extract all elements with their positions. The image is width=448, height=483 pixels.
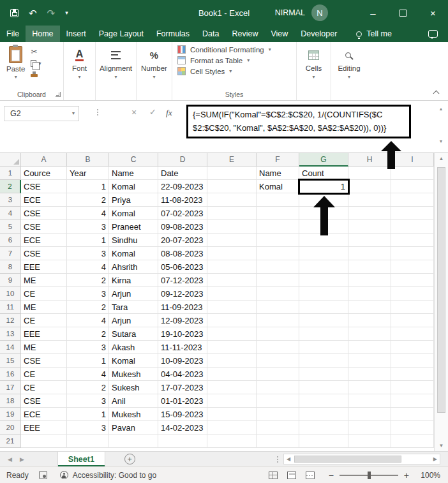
- cell-C11[interactable]: Tara: [109, 301, 158, 314]
- cell-B20[interactable]: 3: [67, 421, 109, 435]
- cell-C6[interactable]: Sindhu: [109, 234, 158, 247]
- cut-icon[interactable]: ✂: [31, 48, 37, 56]
- cell-F4[interactable]: [257, 207, 299, 220]
- cell-A15[interactable]: CSE: [21, 354, 67, 368]
- cell-H8[interactable]: [348, 260, 391, 274]
- cell-F21[interactable]: [257, 435, 299, 448]
- cell-G10[interactable]: [299, 287, 348, 301]
- copy-icon[interactable]: [31, 60, 36, 67]
- tab-view[interactable]: View: [264, 26, 294, 42]
- cell-I12[interactable]: [391, 314, 434, 327]
- cell-B6[interactable]: 1: [67, 234, 109, 247]
- cell-I6[interactable]: [391, 234, 434, 247]
- cell-B14[interactable]: 3: [67, 341, 109, 354]
- column-header-g[interactable]: G: [299, 153, 348, 167]
- cell-H9[interactable]: [348, 274, 391, 287]
- row-header-10[interactable]: 10: [0, 287, 21, 301]
- row-header-9[interactable]: 9: [0, 274, 21, 287]
- cell-B5[interactable]: 3: [67, 220, 109, 234]
- cell-I11[interactable]: [391, 301, 434, 314]
- cell-B4[interactable]: 4: [67, 207, 109, 220]
- scroll-up-icon[interactable]: ▲: [435, 156, 448, 161]
- cell-I9[interactable]: [391, 274, 434, 287]
- cell-I13[interactable]: [391, 327, 434, 341]
- cell-A17[interactable]: CE: [21, 381, 67, 394]
- cell-C19[interactable]: Mukesh: [109, 408, 158, 421]
- cell-C15[interactable]: Komal: [109, 354, 158, 368]
- cell-D3[interactable]: 11-08-2023: [158, 193, 207, 207]
- cell-H15[interactable]: [348, 354, 391, 368]
- scroll-left-icon[interactable]: ◀: [284, 456, 293, 462]
- cell-H12[interactable]: [348, 314, 391, 327]
- cell-C4[interactable]: Komal: [109, 207, 158, 220]
- cell-C5[interactable]: Praneet: [109, 220, 158, 234]
- cell-G7[interactable]: [299, 247, 348, 260]
- tab-developer[interactable]: Developer: [294, 26, 343, 42]
- cell-G17[interactable]: [299, 381, 348, 394]
- cell-D20[interactable]: 14-02-2023: [158, 421, 207, 435]
- row-header-6[interactable]: 6: [0, 234, 21, 247]
- cell-A9[interactable]: ME: [21, 274, 67, 287]
- cell-F9[interactable]: [257, 274, 299, 287]
- vertical-scrollbar[interactable]: ▲ ▼: [434, 153, 448, 451]
- cell-E10[interactable]: [207, 287, 257, 301]
- cell-B7[interactable]: 3: [67, 247, 109, 260]
- cell-H7[interactable]: [348, 247, 391, 260]
- maximize-button[interactable]: [388, 0, 418, 26]
- select-all-corner[interactable]: [0, 153, 21, 167]
- cell-C14[interactable]: Akash: [109, 341, 158, 354]
- cell-B12[interactable]: 4: [67, 314, 109, 327]
- cell-F5[interactable]: [257, 220, 299, 234]
- row-header-20[interactable]: 20: [0, 421, 21, 435]
- cell-I4[interactable]: [391, 207, 434, 220]
- row-header-13[interactable]: 13: [0, 327, 21, 341]
- cell-B13[interactable]: 2: [67, 327, 109, 341]
- editing-group[interactable]: Editing ▾: [331, 42, 367, 100]
- insert-function-icon[interactable]: fx: [166, 108, 172, 118]
- avatar[interactable]: N: [311, 4, 328, 21]
- column-header-c[interactable]: C: [109, 153, 158, 167]
- cell-B17[interactable]: 2: [67, 381, 109, 394]
- cell-B3[interactable]: 2: [67, 193, 109, 207]
- cancel-icon[interactable]: ×: [131, 108, 137, 117]
- cell-A8[interactable]: EEE: [21, 260, 67, 274]
- cell-A10[interactable]: CE: [21, 287, 67, 301]
- cell-H2[interactable]: [348, 180, 391, 193]
- tab-home[interactable]: Home: [26, 26, 59, 42]
- cell-H6[interactable]: [348, 234, 391, 247]
- cell-I18[interactable]: [391, 394, 434, 408]
- cell-B1[interactable]: Year: [67, 167, 109, 180]
- row-header-15[interactable]: 15: [0, 354, 21, 368]
- cell-E21[interactable]: [207, 435, 257, 448]
- formula-scroll-down-icon[interactable]: ▼: [439, 139, 444, 144]
- row-header-19[interactable]: 19: [0, 408, 21, 421]
- cell-G18[interactable]: [299, 394, 348, 408]
- tab-insert[interactable]: Insert: [60, 26, 93, 42]
- cell-E8[interactable]: [207, 260, 257, 274]
- cell-C8[interactable]: Ahsrith: [109, 260, 158, 274]
- cell-H21[interactable]: [348, 435, 391, 448]
- cell-H5[interactable]: [348, 220, 391, 234]
- column-header-d[interactable]: D: [158, 153, 207, 167]
- cell-A2[interactable]: CSE: [21, 180, 67, 193]
- cell-H19[interactable]: [348, 408, 391, 421]
- cell-G2[interactable]: 1: [299, 180, 348, 193]
- cell-E20[interactable]: [207, 421, 257, 435]
- cell-G19[interactable]: [299, 408, 348, 421]
- row-header-2[interactable]: 2: [0, 180, 21, 193]
- cell-A14[interactable]: ME: [21, 341, 67, 354]
- cell-B10[interactable]: 3: [67, 287, 109, 301]
- cell-B2[interactable]: 1: [67, 180, 109, 193]
- cell-E2[interactable]: [207, 180, 257, 193]
- cell-C13[interactable]: Sutara: [109, 327, 158, 341]
- cell-E19[interactable]: [207, 408, 257, 421]
- cell-F16[interactable]: [257, 368, 299, 381]
- cell-G20[interactable]: [299, 421, 348, 435]
- cell-I20[interactable]: [391, 421, 434, 435]
- cell-D16[interactable]: 04-04-2023: [158, 368, 207, 381]
- cell-A20[interactable]: EEE: [21, 421, 67, 435]
- cell-F18[interactable]: [257, 394, 299, 408]
- cell-A5[interactable]: CSE: [21, 220, 67, 234]
- cell-E13[interactable]: [207, 327, 257, 341]
- scroll-down-icon[interactable]: ▼: [435, 443, 448, 449]
